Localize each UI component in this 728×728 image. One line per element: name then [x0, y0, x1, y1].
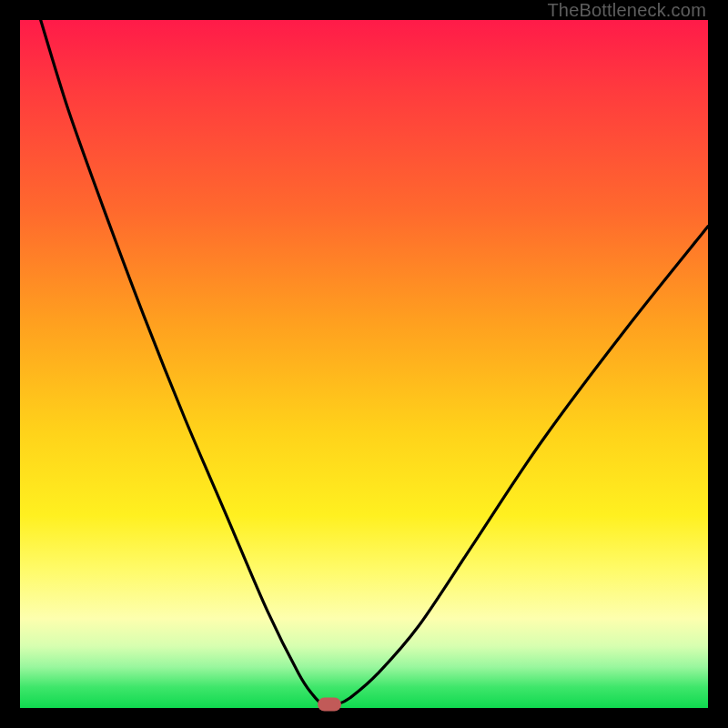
chart-frame: TheBottleneck.com: [0, 0, 728, 728]
bottleneck-curve: [20, 20, 708, 708]
plot-area: [20, 20, 708, 708]
optimal-marker: [318, 698, 341, 712]
watermark-text: TheBottleneck.com: [547, 0, 706, 21]
